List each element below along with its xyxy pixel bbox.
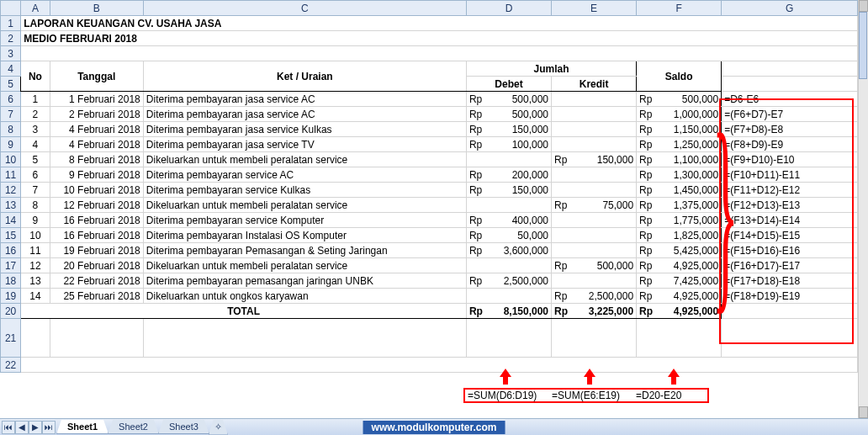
hdr-jumlah[interactable]: Jumlah [466,61,636,77]
cell-saldo[interactable]: Rp500,000 [637,92,722,107]
row-10[interactable]: 10 [1,152,21,167]
cell-kre[interactable] [552,107,637,122]
vertical-scrollbar[interactable] [858,0,868,418]
cell-ket[interactable]: Diterima pembayaran pemasangan jaringan … [143,273,466,289]
tab-sheet2[interactable]: Sheet2 [108,420,159,434]
cell-kre[interactable] [552,213,637,228]
row-16[interactable]: 16 [1,243,21,258]
tab-new[interactable]: ✧ [209,420,228,435]
cell-kre[interactable]: Rp500,000 [552,258,637,273]
cell-no[interactable]: 7 [21,183,50,198]
title-2[interactable]: MEDIO FEBRUARI 2018 [21,31,858,46]
cell-ket[interactable]: Diterima pembayaran jasa service TV [143,137,466,152]
row-22[interactable]: 22 [1,358,21,373]
cell-deb[interactable]: Rp3,600,000 [466,243,551,258]
cell-tgl[interactable]: 4 Februari 2018 [50,137,143,152]
cell-kre[interactable] [552,273,637,289]
cell[interactable] [21,319,50,358]
total-deb[interactable]: Rp8,150,000 [466,304,551,319]
cell-F21[interactable] [637,319,722,358]
cell-ket[interactable]: Diterima pembayaran jasa service AC [143,107,466,122]
cell-deb[interactable]: Rp500,000 [466,107,551,122]
row-11[interactable]: 11 [1,167,21,183]
hdr-debet[interactable]: Debet [466,77,551,92]
hdr-saldo[interactable]: Saldo [637,61,722,92]
cell-ket[interactable]: Dikeluarkan untuk membeli peralatan serv… [143,258,466,273]
cell-no[interactable]: 10 [21,228,50,243]
cell-deb[interactable]: Rp150,000 [466,183,551,198]
cell-tgl[interactable]: 9 Februari 2018 [50,167,143,183]
cell-tgl[interactable]: 2 Februari 2018 [50,107,143,122]
cell-no[interactable]: 11 [21,243,50,258]
row-3[interactable]: 3 [1,46,21,61]
cell-saldo[interactable]: Rp4,925,000 [637,258,722,273]
cell-deb[interactable] [466,258,551,273]
cell-deb[interactable]: Rp500,000 [466,92,551,107]
cell-deb[interactable]: Rp200,000 [466,167,551,183]
cell[interactable] [143,319,466,358]
cell-saldo[interactable]: Rp1,825,000 [637,228,722,243]
row-15[interactable]: 15 [1,228,21,243]
col-F[interactable]: F [637,1,722,16]
row-17[interactable]: 17 [1,258,21,273]
hdr-tanggal[interactable]: Tanggal [50,61,143,92]
cell[interactable] [722,61,858,77]
cell-ket[interactable]: Diterima pembayaran Pemasangan & Seting … [143,243,466,258]
total-saldo[interactable]: Rp4,925,000 [637,304,722,319]
total-kre[interactable]: Rp3,225,000 [552,304,637,319]
tab-first-icon[interactable]: ⏮ [2,421,15,434]
cell-kre[interactable]: Rp150,000 [552,152,637,167]
scroll-thumb[interactable] [859,12,867,79]
col-E[interactable]: E [552,1,637,16]
cell-saldo[interactable]: Rp1,450,000 [637,183,722,198]
tab-last-icon[interactable]: ⏭ [42,421,56,434]
col-A[interactable]: A [21,1,50,16]
cell-tgl[interactable]: 20 Februari 2018 [50,258,143,273]
column-headers[interactable]: A B C D E F G [1,1,858,16]
cell-ket[interactable]: Diterima pembayaran Instalasi OS Kompute… [143,228,466,243]
col-C[interactable]: C [143,1,466,16]
row-6[interactable]: 6 [1,92,21,107]
cell-deb[interactable] [466,152,551,167]
cell-no[interactable]: 14 [21,289,50,304]
scroll-up-icon[interactable] [859,0,868,12]
tab-sheet1[interactable]: Sheet1 [56,420,108,434]
cell-kre[interactable] [552,137,637,152]
cell-no[interactable]: 12 [21,258,50,273]
cell-ket[interactable]: Dikeluarkan untuk ongkos karyawan [143,289,466,304]
cell-kre[interactable] [552,167,637,183]
row-21[interactable]: 21 [1,319,21,358]
cell-ket[interactable]: Diterima pembayaran jasa service Kulkas [143,122,466,137]
cell-kre[interactable] [552,122,637,137]
row-20[interactable]: 20 [1,304,21,319]
cell-no[interactable]: 9 [21,213,50,228]
cell-D21[interactable] [466,319,551,358]
cell-deb[interactable]: Rp150,000 [466,122,551,137]
cell-deb[interactable] [466,198,551,213]
col-B[interactable]: B [50,1,143,16]
cell-tgl[interactable]: 22 Februari 2018 [50,273,143,289]
col-G[interactable]: G [722,1,858,16]
row-18[interactable]: 18 [1,273,21,289]
cell-tgl[interactable]: 12 Februari 2018 [50,198,143,213]
row-8[interactable]: 8 [1,122,21,137]
cell-saldo[interactable]: Rp1,375,000 [637,198,722,213]
hdr-kredit[interactable]: Kredit [552,77,637,92]
cell-ket[interactable]: Diterima pembayaran service AC [143,167,466,183]
cell[interactable] [50,319,143,358]
cell-no[interactable]: 8 [21,198,50,213]
row-9[interactable]: 9 [1,137,21,152]
row-4[interactable]: 4 [1,61,21,77]
cell-saldo[interactable]: Rp5,425,000 [637,243,722,258]
cell-saldo[interactable]: Rp1,000,000 [637,107,722,122]
col-D[interactable]: D [466,1,551,16]
tab-prev-icon[interactable]: ◀ [15,421,29,434]
cell-E21[interactable] [552,319,637,358]
cell-saldo[interactable]: Rp1,300,000 [637,167,722,183]
cell-saldo[interactable]: Rp4,925,000 [637,289,722,304]
total-label[interactable]: TOTAL [21,304,467,319]
cell-ket[interactable]: Dikeluarkan untuk membeli peralatan serv… [143,152,466,167]
cell-deb[interactable]: Rp2,500,000 [466,273,551,289]
tab-sheet3[interactable]: Sheet3 [158,420,209,434]
cell-saldo[interactable]: Rp1,150,000 [637,122,722,137]
